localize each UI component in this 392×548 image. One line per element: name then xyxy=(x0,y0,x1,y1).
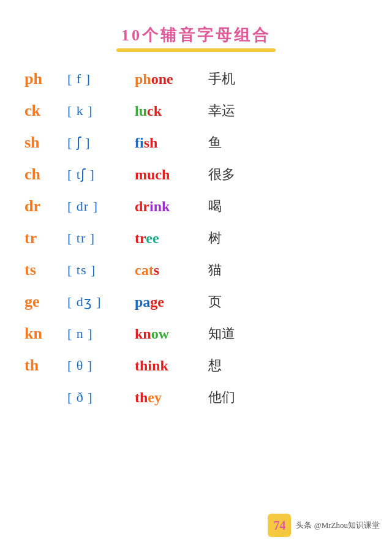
phoneme-symbol: [ θ ] xyxy=(67,358,135,373)
example-word: luck xyxy=(135,103,208,119)
table-row: [ ð ]they他们 xyxy=(12,381,380,413)
table-row: ph[ f ]phone手机 xyxy=(12,63,380,95)
table-row: ch[ tʃ ]much很多 xyxy=(12,159,380,190)
table-row: th[ θ ]think想 xyxy=(12,350,380,381)
example-word: tree xyxy=(135,230,208,247)
combo-letter: ge xyxy=(24,293,67,311)
example-word: phone xyxy=(135,71,208,88)
combo-letter: ch xyxy=(24,165,67,184)
page-title: 10个辅音字母组合 xyxy=(12,24,380,46)
phoneme-symbol: [ ts ] xyxy=(67,262,135,278)
footer: 74 头条 @MrZhou知识课堂 xyxy=(268,514,380,537)
content-rows: ph[ f ]phone手机ck[ k ]luck幸运sh[ ʃ ]fish鱼c… xyxy=(12,63,380,413)
combo-letter: sh xyxy=(24,133,67,152)
title-underline xyxy=(116,48,276,52)
combo-letter: th xyxy=(24,356,67,375)
phoneme-symbol: [ f ] xyxy=(67,71,135,87)
combo-letter: kn xyxy=(24,325,67,343)
table-row: kn[ n ]know知道 xyxy=(12,318,380,350)
phoneme-symbol: [ k ] xyxy=(67,103,135,119)
phoneme-symbol: [ ð ] xyxy=(67,389,135,405)
combo-letter: ts xyxy=(24,261,67,279)
combo-letter: ph xyxy=(24,70,67,88)
phoneme-symbol: [ tr ] xyxy=(67,230,135,246)
phoneme-symbol: [ dʒ ] xyxy=(67,294,135,310)
footer-badge: 74 xyxy=(268,514,291,537)
phoneme-symbol: [ tʃ ] xyxy=(67,167,135,182)
example-word: drink xyxy=(135,198,208,215)
chinese-meaning: 鱼 xyxy=(208,133,270,152)
combo-letter: tr xyxy=(24,229,67,247)
example-word: fish xyxy=(135,135,208,151)
example-word: page xyxy=(135,294,208,310)
chinese-meaning: 喝 xyxy=(208,197,270,216)
chinese-meaning: 树 xyxy=(208,229,270,247)
table-row: tr[ tr ]tree树 xyxy=(12,222,380,254)
example-word: know xyxy=(135,326,208,342)
table-row: ge[ dʒ ]page页 xyxy=(12,286,380,318)
chinese-meaning: 猫 xyxy=(208,261,270,279)
chinese-meaning: 想 xyxy=(208,356,270,375)
example-word: they xyxy=(135,389,208,406)
chinese-meaning: 很多 xyxy=(208,165,270,184)
table-row: ts[ ts ]cats猫 xyxy=(12,254,380,286)
chinese-meaning: 页 xyxy=(208,293,270,311)
example-word: cats xyxy=(135,262,208,279)
table-row: sh[ ʃ ]fish鱼 xyxy=(12,127,380,159)
phoneme-symbol: [ ʃ ] xyxy=(67,135,135,151)
footer-label: 头条 @MrZhou知识课堂 xyxy=(296,520,380,531)
combo-letter: ck xyxy=(24,102,67,120)
chinese-meaning: 幸运 xyxy=(208,102,270,120)
chinese-meaning: 手机 xyxy=(208,70,270,88)
example-word: much xyxy=(135,167,208,183)
table-row: ck[ k ]luck幸运 xyxy=(12,95,380,127)
example-word: think xyxy=(135,358,208,374)
phoneme-symbol: [ dr ] xyxy=(67,198,135,214)
phoneme-symbol: [ n ] xyxy=(67,326,135,342)
title-block: 10个辅音字母组合 xyxy=(12,24,380,52)
chinese-meaning: 他们 xyxy=(208,388,270,407)
combo-letter: dr xyxy=(24,197,67,216)
page-container: 10个辅音字母组合 ph[ f ]phone手机ck[ k ]luck幸运sh[… xyxy=(12,0,380,413)
chinese-meaning: 知道 xyxy=(208,325,270,343)
table-row: dr[ dr ]drink喝 xyxy=(12,190,380,222)
